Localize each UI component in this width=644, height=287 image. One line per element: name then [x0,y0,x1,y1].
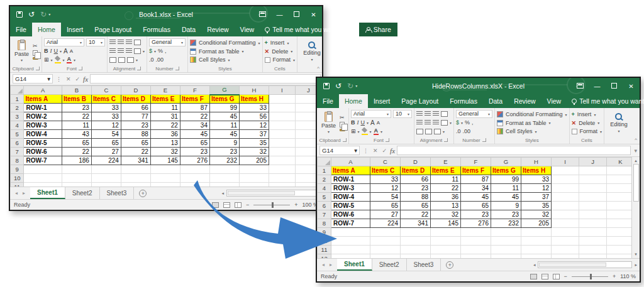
undo-icon[interactable]: ↺ [335,82,341,90]
minimize-button[interactable]: — [589,83,606,90]
cell-K10[interactable] [607,237,635,246]
scroll-up-icon[interactable]: ▴ [635,158,637,163]
cell-I1[interactable] [269,95,295,104]
cell-H5[interactable]: 37 [521,193,552,202]
conditional-formatting-button[interactable]: Conditional Formatting▾ [190,38,260,47]
cell-C4[interactable]: 12 [91,121,121,130]
cell-C9[interactable] [370,228,401,237]
column-header-F[interactable]: F [461,158,491,166]
column-header-D[interactable]: D [401,158,431,166]
zoom-slider-thumb[interactable] [590,274,592,279]
cell-I10[interactable] [552,237,579,246]
align-bottom-icon[interactable] [433,111,439,116]
page-layout-view-icon[interactable] [541,274,548,279]
redo-icon[interactable]: ↻ [347,82,353,90]
zoom-out-icon[interactable]: − [564,273,567,279]
cell-G5[interactable]: 45 [491,193,521,202]
vertical-scrollbar[interactable]: ▴ ▾ [631,157,640,258]
cell-G7[interactable]: 23 [491,210,521,219]
maximize-button[interactable] [606,83,623,90]
cell-K5[interactable] [607,193,635,202]
sheet-tab-sheet1[interactable]: Sheet1 [337,259,372,271]
borders-dropdown-icon[interactable]: ▾ [51,58,53,62]
cell-styles-button[interactable]: Cell Styles▾ [190,55,260,64]
font-size-combo[interactable]: 10▾ [86,38,105,46]
cell-F9[interactable] [461,228,491,237]
cell-I1[interactable] [552,166,579,175]
orientation-icon[interactable] [127,57,134,63]
cell-D4[interactable]: 23 [401,184,431,193]
next-sheet-icon[interactable]: ▸ [23,190,25,196]
cell-E4[interactable]: 22 [431,184,461,193]
cell-G9[interactable] [209,165,239,174]
ribbon-display-options-button[interactable] [254,11,271,18]
font-color-button[interactable]: A [67,56,72,63]
column-header-I[interactable]: I [269,86,295,95]
cell-C1[interactable]: Items C [370,166,401,175]
italic-button[interactable]: I [357,119,359,126]
cell-G5[interactable]: 45 [209,130,239,139]
cell-H8[interactable]: 205 [239,156,269,165]
cell-H1[interactable]: Items H [239,95,269,104]
ribbon-display-options-button[interactable] [572,83,589,90]
qat-customize-icon[interactable]: ▾ [355,84,357,88]
formula-input[interactable] [397,146,631,155]
increase-decimal-icon[interactable]: .0 [456,128,461,134]
cell-A3[interactable]: ROW-2 [24,112,62,121]
column-header-A[interactable]: A [331,158,370,166]
cell-E11[interactable] [150,183,180,187]
cell-E10[interactable] [431,237,461,246]
row-header-3[interactable]: 3 [11,112,24,121]
cell-H9[interactable] [239,165,269,174]
fill-color-icon[interactable] [55,57,61,63]
cell-G2[interactable]: 99 [491,175,521,184]
tab-insert[interactable]: Insert [61,23,89,36]
cell-G4[interactable]: 11 [209,121,239,130]
paste-button[interactable]: Paste▾ [12,38,31,65]
cell-B4[interactable]: 11 [62,121,91,130]
cell-E3[interactable]: 31 [150,112,180,121]
cell-E6[interactable]: 13 [431,202,461,210]
accounting-dropdown-icon[interactable]: ▾ [461,121,463,125]
cell-J6[interactable] [579,202,607,210]
editing-button[interactable]: Editing▾ [606,109,631,136]
comma-style-icon[interactable]: , [165,48,167,54]
comma-style-icon[interactable]: , [472,119,474,126]
cell-G11[interactable] [491,246,521,254]
cell-H1[interactable]: Items H [521,166,552,175]
cell-B2[interactable]: 23 [62,104,91,112]
cut-icon[interactable]: ✂ [340,114,345,121]
cell-E10[interactable] [150,174,180,183]
cell-A7[interactable]: ROW-6 [24,148,62,156]
tab-home[interactable]: Home [339,94,368,108]
new-sheet-button[interactable]: + [134,187,152,199]
cell-I9[interactable] [269,165,295,174]
tell-me-box[interactable]: Tell me what you want to do [260,23,359,36]
scroll-down-icon[interactable]: ▾ [635,252,637,257]
insert-button[interactable]: + Insert▾ [572,110,602,119]
prev-sheet-icon[interactable]: ◂ [15,190,18,196]
cell-A8[interactable]: ROW-7 [24,156,62,165]
cell-E6[interactable]: 13 [150,139,180,148]
align-top-icon[interactable] [416,111,423,116]
cell-D7[interactable]: 22 [121,148,150,156]
zoom-slider[interactable] [572,276,608,277]
borders-dropdown-icon[interactable]: ▾ [358,129,360,134]
close-button[interactable]: ✕ [623,83,640,90]
fill-dropdown-icon[interactable]: ▾ [370,129,372,134]
cell-F7[interactable]: 23 [461,210,491,219]
sheet-tab-sheet3[interactable]: Sheet3 [407,259,441,271]
column-header-G[interactable]: G [491,158,521,166]
merge-center-icon[interactable] [134,48,141,54]
sheet-tab-sheet3[interactable]: Sheet3 [100,187,135,199]
cell-D7[interactable]: 22 [401,210,431,219]
row-header-2[interactable]: 2 [11,104,24,112]
select-all-corner[interactable] [318,158,331,166]
cell-I12[interactable] [552,254,579,259]
cell-I4[interactable] [552,184,579,193]
delete-button[interactable]: ✕ Delete▾ [572,119,602,127]
delete-button[interactable]: ✕ Delete▾ [265,47,296,56]
sheet-tab-sheet2[interactable]: Sheet2 [372,259,407,271]
cell-H6[interactable]: 35 [239,139,269,148]
column-header-B[interactable]: B [62,86,91,95]
